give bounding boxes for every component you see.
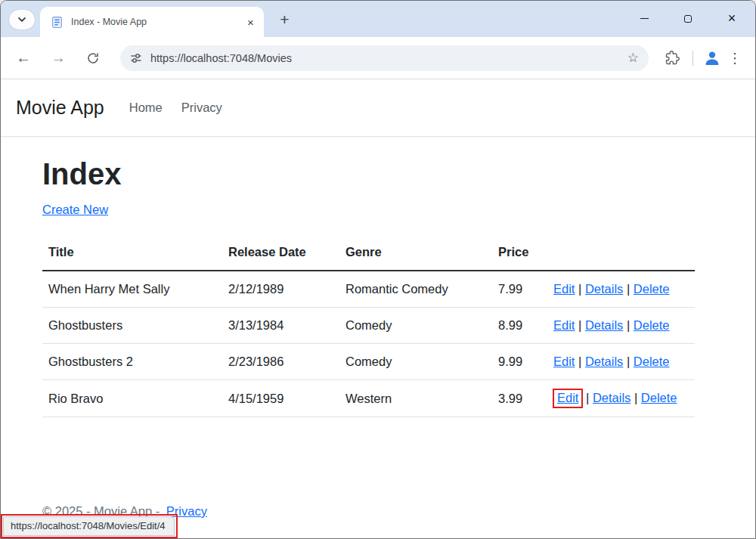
details-link[interactable]: Details	[585, 318, 623, 332]
browser-toolbar: ← → https://localhost:7048/Movies ☆ ⋮	[1, 37, 755, 79]
address-bar[interactable]: https://localhost:7048/Movies ☆	[120, 45, 649, 71]
puzzle-icon	[665, 51, 680, 65]
window-close-button[interactable]: ×	[710, 1, 754, 36]
tab-title: Index - Movie App	[71, 17, 243, 27]
details-link[interactable]: Details	[585, 282, 623, 296]
cell-genre: Romantic Comedy	[339, 271, 492, 308]
nav-link-privacy[interactable]: Privacy	[181, 101, 222, 115]
browser-window: Index - Movie App × + × ← → https://loca…	[0, 0, 756, 539]
brand-link[interactable]: Movie App	[16, 97, 104, 119]
url-text: https://localhost:7048/Movies	[150, 52, 292, 64]
browser-tab[interactable]: Index - Movie App ×	[40, 7, 264, 37]
cell-release-date: 2/12/1989	[222, 271, 339, 308]
new-tab-button[interactable]: +	[274, 8, 296, 30]
details-link[interactable]: Details	[593, 391, 631, 404]
tab-close-button[interactable]: ×	[243, 15, 258, 29]
cell-genre: Comedy	[339, 308, 492, 344]
table-header-row: Title Release Date Genre Price	[42, 237, 695, 271]
page-content: Index Create New Title Release Date Genr…	[1, 157, 755, 417]
header-genre: Genre	[339, 237, 492, 271]
edit-link[interactable]: Edit	[553, 282, 575, 296]
tab-favicon-icon	[51, 16, 64, 29]
cell-price: 9.99	[492, 344, 547, 380]
cell-actions: Edit | Details | Delete	[547, 271, 695, 308]
delete-link[interactable]: Delete	[634, 282, 670, 296]
page-title: Index	[42, 157, 695, 191]
cell-release-date: 4/15/1959	[222, 380, 339, 417]
chevron-down-icon	[17, 17, 26, 23]
header-actions	[547, 237, 695, 271]
cell-title: Ghostbusters	[42, 308, 222, 344]
table-row: When Harry Met Sally 2/12/1989 Romantic …	[42, 271, 695, 308]
back-button[interactable]: ←	[10, 45, 37, 72]
person-icon	[703, 49, 721, 67]
edit-link[interactable]: Edit	[553, 318, 575, 332]
edit-link[interactable]: Edit	[553, 355, 575, 368]
create-new-link[interactable]: Create New	[42, 203, 108, 216]
delete-link[interactable]: Delete	[641, 391, 677, 404]
header-price: Price	[492, 237, 547, 271]
browser-menu-button[interactable]: ⋮	[723, 47, 746, 70]
extensions-button[interactable]	[659, 45, 685, 71]
window-minimize-button[interactable]	[622, 1, 666, 36]
cell-actions: Edit | Details | Delete	[547, 380, 695, 417]
tab-search-button[interactable]	[9, 10, 35, 29]
bookmark-star-icon[interactable]: ☆	[627, 50, 639, 66]
cell-title: Ghostbusters 2	[42, 344, 222, 380]
cell-genre: Comedy	[339, 344, 492, 380]
site-settings-icon[interactable]	[130, 52, 142, 64]
reload-icon	[86, 51, 100, 65]
movies-table-body: When Harry Met Sally 2/12/1989 Romantic …	[42, 271, 695, 417]
cell-genre: Western	[339, 380, 492, 417]
delete-link[interactable]: Delete	[634, 318, 670, 332]
minimize-icon	[640, 18, 649, 20]
nav-link-home[interactable]: Home	[129, 101, 163, 115]
cell-title: Rio Bravo	[42, 380, 222, 417]
reload-button[interactable]	[79, 45, 107, 72]
annotation-highlight-box: Edit	[553, 389, 583, 408]
details-link[interactable]: Details	[585, 355, 623, 368]
profile-avatar[interactable]	[701, 47, 723, 70]
movies-table: Title Release Date Genre Price When Harr…	[42, 237, 695, 417]
cell-release-date: 3/13/1984	[222, 308, 339, 344]
create-new-row: Create New	[42, 203, 695, 217]
header-title: Title	[42, 237, 222, 271]
cell-actions: Edit | Details | Delete	[547, 308, 695, 344]
table-row: Ghostbusters 3/13/1984 Comedy 8.99 Edit …	[42, 308, 695, 344]
forward-button[interactable]: →	[45, 45, 72, 72]
table-row: Ghostbusters 2 2/23/1986 Comedy 9.99 Edi…	[42, 344, 695, 380]
table-row: Rio Bravo 4/15/1959 Western 3.99 Edit | …	[42, 380, 695, 417]
edit-link[interactable]: Edit	[557, 391, 578, 404]
header-release-date: Release Date	[222, 237, 339, 271]
status-bar-url: https://localhost:7048/Movies/Edit/4	[3, 516, 175, 536]
cell-price: 7.99	[492, 271, 547, 308]
cell-price: 8.99	[492, 308, 547, 344]
toolbar-divider	[692, 51, 693, 66]
window-maximize-button[interactable]	[666, 1, 710, 36]
maximize-icon	[684, 15, 692, 23]
cell-price: 3.99	[492, 380, 547, 417]
cell-release-date: 2/23/1986	[222, 344, 339, 380]
cell-actions: Edit | Details | Delete	[547, 344, 695, 380]
tab-strip: Index - Movie App × + ×	[1, 1, 755, 37]
annotation-status-box: https://localhost:7048/Movies/Edit/4	[1, 514, 178, 538]
site-navbar: Movie App Home Privacy	[1, 79, 755, 137]
delete-link[interactable]: Delete	[634, 355, 670, 368]
window-controls: ×	[622, 1, 754, 36]
cell-title: When Harry Met Sally	[42, 271, 222, 308]
